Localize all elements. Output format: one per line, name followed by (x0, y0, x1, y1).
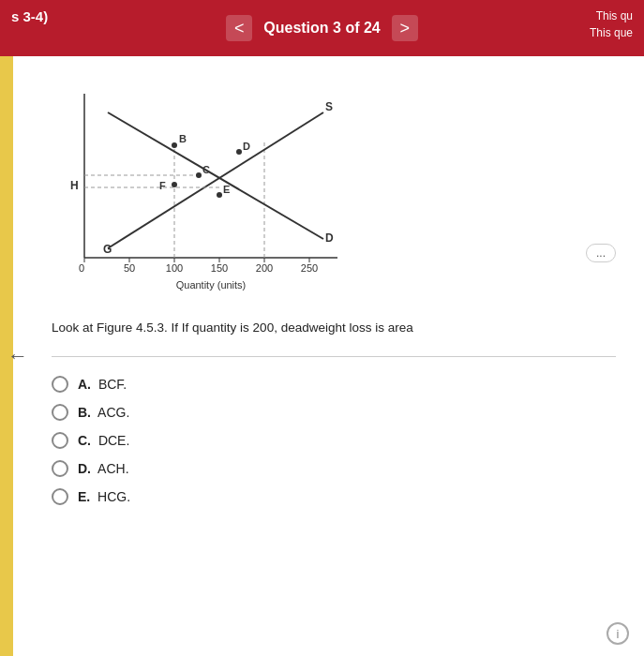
prev-question-button[interactable]: < (226, 15, 252, 41)
radio-2[interactable] (52, 404, 68, 421)
option-item-4[interactable]: D. ACH. (52, 460, 616, 477)
option-item-3[interactable]: C. DCE. (52, 432, 616, 449)
svg-text:C: C (202, 164, 210, 175)
option-letter-1: A. (78, 377, 91, 392)
header-bar: s 3-4) < Question 3 of 24 > This qu This… (0, 0, 644, 56)
divider (52, 356, 616, 357)
graph-container: 0 50 100 150 200 250 S D (52, 75, 352, 309)
right-line1: This qu (590, 7, 633, 24)
svg-text:G: G (103, 243, 112, 256)
option-letter-4: D. (78, 461, 91, 476)
option-label-5: E. HCG. (78, 489, 130, 504)
option-label-4: D. ACH. (78, 461, 129, 476)
option-item-1[interactable]: A. BCF. (52, 376, 616, 393)
question-counter: Question 3 of 24 (263, 20, 380, 37)
next-question-button[interactable]: > (392, 15, 418, 41)
radio-5[interactable] (52, 488, 68, 505)
svg-point-28 (196, 172, 202, 178)
svg-point-34 (172, 182, 177, 187)
option-item-2[interactable]: B. ACG. (52, 404, 616, 421)
svg-text:D: D (243, 141, 250, 152)
svg-text:F: F (159, 180, 166, 191)
chapter-label: s 3-4) (0, 0, 59, 34)
supply-demand-graph: 0 50 100 150 200 250 S D (52, 75, 352, 309)
question-text: Look at Figure 4.5.3. If If quantity is … (52, 319, 595, 337)
svg-text:D: D (325, 231, 334, 245)
svg-text:E: E (223, 184, 230, 195)
radio-1[interactable] (52, 376, 68, 393)
svg-point-26 (172, 142, 177, 148)
header-right-info: This qu This que (578, 0, 644, 49)
radio-4[interactable] (52, 460, 68, 477)
option-letter-3: C. (78, 433, 91, 448)
right-line2: This que (590, 24, 633, 41)
content-inner: 0 50 100 150 200 250 S D (52, 56, 616, 505)
svg-text:H: H (70, 179, 79, 192)
svg-text:Quantity (units): Quantity (units) (176, 279, 247, 291)
svg-text:100: 100 (166, 262, 183, 274)
svg-point-32 (217, 192, 222, 198)
main-content: ← 0 50 100 150 200 250 (0, 56, 644, 656)
svg-text:150: 150 (211, 262, 228, 274)
svg-point-30 (236, 149, 242, 155)
svg-text:200: 200 (256, 262, 273, 274)
svg-text:250: 250 (301, 262, 318, 274)
option-label-3: C. DCE. (78, 433, 129, 448)
options-list: A. BCF.B. ACG.C. DCE.D. ACH.E. HCG. (52, 376, 616, 505)
radio-3[interactable] (52, 432, 68, 449)
option-item-5[interactable]: E. HCG. (52, 488, 616, 505)
svg-text:0: 0 (79, 262, 84, 274)
info-icon[interactable]: i (607, 622, 629, 645)
svg-line-16 (108, 112, 323, 248)
svg-text:B: B (179, 133, 187, 144)
more-button[interactable]: ... (586, 244, 616, 262)
svg-text:50: 50 (124, 262, 135, 274)
back-arrow[interactable]: ← (7, 344, 28, 368)
svg-text:S: S (325, 100, 333, 113)
nav-center: < Question 3 of 24 > (226, 15, 417, 41)
option-letter-2: B. (78, 405, 91, 420)
option-label-1: A. BCF. (78, 377, 127, 392)
option-label-2: B. ACG. (78, 405, 129, 420)
option-letter-5: E. (78, 489, 90, 504)
